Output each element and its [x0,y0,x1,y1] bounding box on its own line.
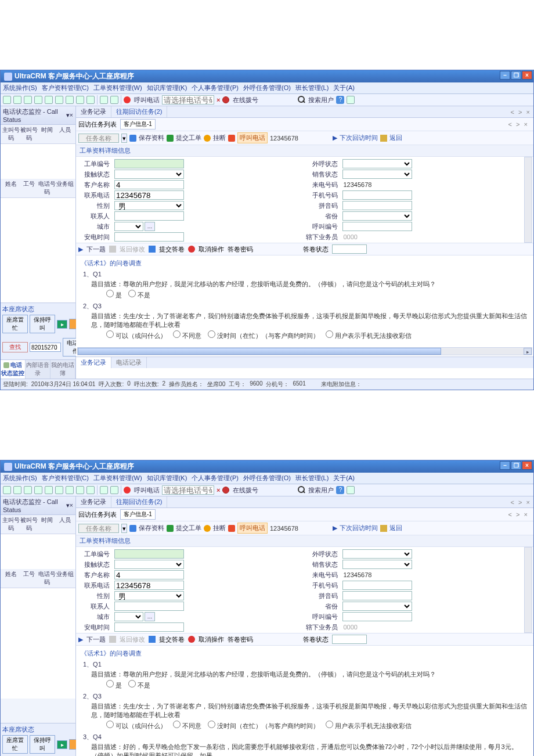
taskname-dropdown-icon[interactable]: ▾ [121,524,127,533]
q2-opt-1[interactable]: 可以（或问什么） [106,722,167,729]
taskname-select[interactable]: 任务名称 [78,524,119,533]
busy-button[interactable]: 座席置忙 [2,735,28,754]
menu-personal[interactable]: 个人事务管理(P) [192,84,239,92]
contact-person-input[interactable] [114,211,184,221]
q2-opt-2[interactable]: 不同意 [173,722,201,729]
next-q-button[interactable]: 下一题 [86,245,106,254]
agent-list[interactable] [1,588,75,699]
tb-icon-2[interactable] [13,96,21,104]
scroll-thumb[interactable] [78,348,441,355]
contact-phone-input[interactable] [114,581,184,590]
hscrollbar[interactable]: ◂ ▸ [77,347,532,355]
phone-input[interactable] [30,343,61,352]
menu-system[interactable]: 系统操作(S) [3,84,37,92]
save-button[interactable]: 保存资料 [139,134,164,142]
next-visit-button[interactable]: 下次回访时间 [340,524,378,532]
tb-icon-9[interactable] [86,486,95,494]
customer-chip[interactable]: 客户信息-1 [120,509,156,520]
tb-icon-11[interactable] [110,486,118,494]
lefttab-voice[interactable]: 内部语音录 [26,360,50,379]
cancel-button[interactable]: 取消操作 [199,635,224,644]
tb-icon-config[interactable] [347,486,355,494]
contact-status-select[interactable] [114,560,184,569]
call-close-icon[interactable]: × [217,96,220,103]
tab-controls[interactable]: < > × [508,499,533,506]
call-close-icon[interactable]: × [217,487,220,494]
tb-icon-11[interactable] [110,96,118,104]
contact-phone-input[interactable] [114,190,184,200]
tab-biz[interactable]: 业务记录 [76,106,111,117]
menu-knowledge[interactable]: 知识库管理(K) [147,474,187,483]
mobile-input[interactable] [342,581,412,590]
tb-icon-3[interactable] [24,486,32,494]
busy-button[interactable]: 座席置忙 [2,315,28,333]
tb-icon-10[interactable] [100,96,108,104]
close-button[interactable]: × [522,461,532,470]
tb-icon-10[interactable] [100,486,108,494]
customer-name-input[interactable] [114,570,184,579]
save-button[interactable]: 保存资料 [139,524,164,532]
install-time-input[interactable] [114,622,184,632]
city-select[interactable] [114,612,143,621]
vscroll[interactable] [524,547,532,633]
submit-survey-button[interactable]: 提交答卷 [159,245,185,254]
tab-visit[interactable]: 往期回访任务(2) [111,496,167,507]
titlebar[interactable]: UltraCRM 客户服务中心-人工座席程序 – ❐ × [1,70,533,82]
answer-pwd-button[interactable]: 答卷密码 [228,245,253,254]
sales-status-select[interactable] [342,560,412,569]
goback-button[interactable]: 返回 [389,524,402,532]
q2-opt-1[interactable]: 可以（或问什么） [106,332,167,339]
city-more-button[interactable]: … [145,612,155,621]
q2-opt-3[interactable]: 没时间（在忙）（与客户商约时间） [208,722,319,729]
lefttab-phonebook[interactable]: 我的电话簿 [50,360,75,379]
outbound-status-select[interactable] [342,159,412,168]
tb-icon-2[interactable] [13,486,21,494]
submit-button[interactable]: 提交工单 [176,134,201,142]
lookup-button[interactable]: 查找 [2,342,28,352]
menu-workorder[interactable]: 工单资料管理(W) [93,84,142,92]
tab-controls[interactable]: < > × [508,109,533,116]
callid-input[interactable] [342,222,412,231]
tb-icon-4[interactable] [34,96,42,104]
cancel-button[interactable]: 取消操作 [199,245,224,254]
vscroll[interactable] [524,157,532,243]
maximize-button[interactable]: ❐ [511,71,521,80]
submit-survey-button[interactable]: 提交答卷 [159,635,185,644]
back-edit-button[interactable]: 返回修改 [120,245,145,254]
menu-about[interactable]: 关于(A) [333,474,355,483]
help-icon[interactable]: ? [336,96,344,104]
menu-knowledge[interactable]: 知识库管理(K) [147,84,187,92]
submit-button[interactable]: 提交工单 [176,524,201,532]
btab-callrec[interactable]: 电话记录 [111,357,147,368]
callout-button[interactable]: 呼叫电话 [237,523,268,534]
province-select[interactable] [342,602,412,611]
answer-status-input[interactable] [332,244,367,254]
order-no-input[interactable] [114,549,184,559]
tasklist-label[interactable]: 回访任务列表 [78,120,117,129]
tab-biz[interactable]: 业务记录 [76,496,111,507]
q1-opt-no[interactable]: 不是 [128,682,150,689]
tb-icon-config[interactable] [347,96,355,104]
tb-icon-4[interactable] [34,486,42,494]
subtab-controls[interactable]: < > × [506,121,531,128]
minimize-button[interactable]: – [500,71,510,80]
outbound-status-select[interactable] [342,549,412,559]
answer-pwd-button[interactable]: 答卷密码 [228,635,253,644]
tb-icon-3[interactable] [24,96,32,104]
contact-person-input[interactable] [114,602,184,611]
q2-opt-4[interactable]: 用户表示手机无法接收彩信 [326,722,412,729]
menu-customer[interactable]: 客户资料管理(C) [42,84,89,92]
order-no-input[interactable] [114,159,184,168]
help-icon[interactable]: ? [336,486,344,494]
menu-system[interactable]: 系统操作(S) [3,474,37,483]
call-list[interactable] [1,534,75,569]
goback-button[interactable]: 返回 [389,134,402,142]
play-button[interactable]: ▸ [57,320,67,329]
menu-workorder[interactable]: 工单资料管理(W) [93,474,142,483]
tb-icon-6[interactable] [55,96,63,104]
maximize-button[interactable]: ❐ [511,461,521,470]
install-time-input[interactable] [114,232,184,242]
q2-opt-3[interactable]: 没时间（在忙）（与客户商约时间） [208,332,319,339]
menu-supervisor[interactable]: 班长管理(L) [295,84,329,92]
online-label[interactable]: 在线拨号 [233,486,258,495]
